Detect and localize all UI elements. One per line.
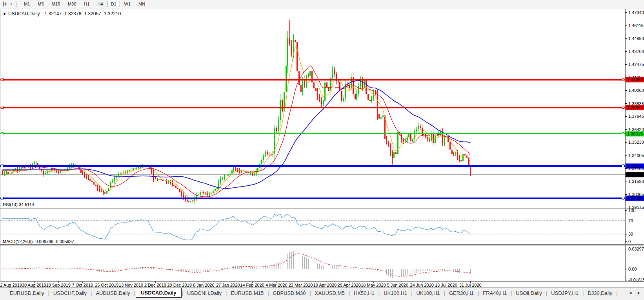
tab-separator: | — [444, 290, 445, 296]
timeframe-button-h4[interactable]: H4 — [94, 1, 106, 7]
timeframe-button-d1[interactable]: D1 — [107, 1, 120, 7]
tab-separator: | — [309, 290, 311, 296]
chart-tab-eurusd-daily[interactable]: EURUSD,Daily — [6, 289, 47, 297]
tab-separator: | — [546, 290, 547, 296]
chart-tab-usdchf-daily[interactable]: USDCHF,Daily — [50, 289, 90, 297]
svg-text:20 Dec 2019: 20 Dec 2019 — [167, 283, 191, 287]
chart-tab-usdcnh-daily[interactable]: USDCNH,Daily — [184, 289, 225, 297]
svg-text:29 Apr 2020: 29 Apr 2020 — [338, 283, 361, 287]
chart-tabs: EURUSD,Daily|USDCHF,Daily|AUDUSD,Daily|U… — [6, 288, 622, 298]
svg-text:1.33011: 1.33011 — [627, 164, 642, 168]
chart-tab-audusd-daily[interactable]: AUDUSD,Daily — [92, 289, 133, 297]
tabs-scroll-left-icon[interactable]: ◄ — [628, 291, 632, 295]
chart-type-dropdown-caret[interactable]: ▼ — [10, 3, 13, 5]
tab-separator: | — [582, 290, 584, 296]
timeframe-button-mn[interactable]: MN — [135, 1, 149, 7]
chart-tab-gbpusd-m30[interactable]: GBPUSD,M30 — [269, 289, 309, 297]
timeframe-button-m30[interactable]: M30 — [64, 1, 80, 7]
macd-indicator-label: MACD(12,26,9) -0.006789 -0.005937 — [3, 239, 74, 244]
timeframe-button-m5[interactable]: M5 — [34, 1, 47, 7]
chart-canvas[interactable]: 1.473401.461151.448901.437001.424751.412… — [0, 8, 644, 287]
tab-separator: | — [511, 290, 512, 296]
tab-separator: | — [91, 290, 92, 296]
ohlc-low: 1.32057 — [84, 11, 101, 16]
svg-text:1.47340: 1.47340 — [628, 10, 644, 15]
chart-tab-usdcad-daily[interactable]: USDCAD,Daily — [136, 288, 181, 298]
tab-separator: | — [267, 290, 269, 296]
tabs-scroll-right-icon[interactable]: ► — [637, 291, 641, 295]
timeframe-button-h1[interactable]: H1 — [80, 1, 93, 7]
svg-text:1.34005: 1.34005 — [628, 153, 644, 158]
rsi-indicator-label: RSI(14) 34.5114 — [3, 202, 34, 207]
svg-text:70: 70 — [628, 218, 633, 223]
svg-text:0.00: 0.00 — [628, 267, 637, 271]
svg-text:27 Jan 2020: 27 Jan 2020 — [216, 283, 240, 287]
svg-text:18 May 2020: 18 May 2020 — [361, 283, 386, 287]
timeframe-button-w1[interactable]: W1 — [121, 1, 135, 7]
chart-tab-usoil-daily[interactable]: USOil,Daily — [512, 289, 545, 297]
chart-title: ▼USDCAD,Daily1.321471.323781.320571.3221… — [3, 11, 124, 16]
chart-symbol-period: USDCAD,Daily — [8, 11, 40, 16]
chart-type-icon[interactable] — [2, 1, 9, 7]
chart-tab-ger30-h1[interactable]: GER30,H1 — [446, 289, 477, 297]
chart-tab-fra40-h1[interactable]: FRA40,H1 — [479, 289, 510, 297]
chart-background — [0, 8, 644, 287]
svg-text:1.31590: 1.31590 — [628, 179, 644, 184]
tab-separator: | — [182, 290, 183, 296]
ohlc-open: 1.32147 — [45, 11, 62, 16]
chart-tab-xauusd-m5[interactable]: XAUUSD,M5 — [311, 289, 348, 297]
svg-text:4 Mar 2020: 4 Mar 2020 — [266, 283, 287, 287]
svg-text:14 Feb 2020: 14 Feb 2020 — [240, 283, 264, 287]
svg-text:1.35230: 1.35230 — [628, 140, 644, 145]
svg-text:10 Apr 2020: 10 Apr 2020 — [313, 283, 337, 287]
svg-text:1.46115: 1.46115 — [628, 23, 644, 28]
svg-text:5 Jun 2020: 5 Jun 2020 — [387, 283, 408, 287]
ohlc-close: 1.32210 — [104, 11, 121, 16]
timeframe-button-m15[interactable]: M15 — [48, 1, 64, 7]
chart-window: 1.473401.461151.448901.437001.424751.412… — [0, 8, 644, 287]
chart-tab-bar: EURUSD,Daily|USDCHF,Daily|AUDUSD,Daily|U… — [0, 287, 644, 300]
svg-text:23 Mar 2020: 23 Mar 2020 — [289, 283, 313, 287]
svg-text:0: 0 — [628, 239, 631, 244]
timeframe-buttons: M1M5M15M30H1H4D1W1MN — [20, 1, 149, 7]
svg-text:30: 30 — [628, 232, 633, 236]
mt4-window: ▼ M1M5M15M30H1H4D1W1MN 1.473401.461151.4… — [0, 0, 644, 300]
chart-tab-uk100-h1[interactable]: UK100,H1 — [413, 289, 444, 297]
timeframe-button-m1[interactable]: M1 — [20, 1, 33, 7]
svg-text:25 Oct 2019: 25 Oct 2019 — [95, 283, 118, 287]
svg-text:13 Jul 2020: 13 Jul 2020 — [435, 283, 457, 287]
svg-text:1.38464: 1.38464 — [627, 105, 643, 110]
tab-separator: | — [478, 290, 479, 296]
chart-tab-dj30-daily[interactable]: DJ30,Daily — [584, 289, 616, 297]
svg-text:31 Jul 2020: 31 Jul 2020 — [459, 283, 482, 287]
chart-tab-china300-h4[interactable]: CHINA300,H4 — [618, 289, 622, 297]
svg-text:7 Oct 2019: 7 Oct 2019 — [72, 283, 93, 287]
svg-text:1.40060: 1.40060 — [628, 88, 644, 93]
svg-text:1.42475: 1.42475 — [628, 62, 644, 67]
svg-text:1.36015: 1.36015 — [627, 132, 643, 136]
svg-text:12 Aug 2019: 12 Aug 2019 — [0, 283, 22, 287]
svg-text:30 Aug 2019: 30 Aug 2019 — [22, 283, 46, 287]
svg-text:2 Dec 2019: 2 Dec 2019 — [144, 283, 166, 287]
tab-separator: | — [226, 290, 227, 296]
svg-text:1.43700: 1.43700 — [628, 49, 644, 54]
svg-text:1.37645: 1.37645 — [628, 114, 644, 119]
tab-separator: | — [411, 290, 412, 296]
symbol-dropdown-icon[interactable]: ▼ — [3, 12, 6, 16]
svg-text:18 Sep 2019: 18 Sep 2019 — [46, 283, 70, 287]
svg-text:8 Jan 2020: 8 Jan 2020 — [193, 283, 214, 287]
chart-tab-hk50-h1[interactable]: HK50,H1 — [350, 289, 378, 297]
svg-text:1.41060: 1.41060 — [627, 77, 643, 82]
timeframe-toolbar: ▼ M1M5M15M30H1H4D1W1MN — [0, 0, 644, 8]
tab-separator: | — [616, 290, 617, 296]
svg-text:1.44890: 1.44890 — [628, 36, 644, 41]
svg-text:100: 100 — [628, 208, 635, 213]
ohlc-high: 1.32378 — [64, 11, 81, 16]
chart-tab-eurusd-m15[interactable]: EURUSD,M15 — [227, 289, 267, 297]
tab-separator: | — [349, 290, 350, 296]
svg-text:0.032972: 0.032972 — [628, 247, 644, 251]
chart-tab-uk100-h1[interactable]: UK100,H1 — [380, 289, 411, 297]
tab-separator: | — [48, 290, 49, 296]
chart-tab-usdjpy-h1[interactable]: USDJPY,H1 — [548, 289, 582, 297]
tab-separator: | — [378, 290, 380, 296]
